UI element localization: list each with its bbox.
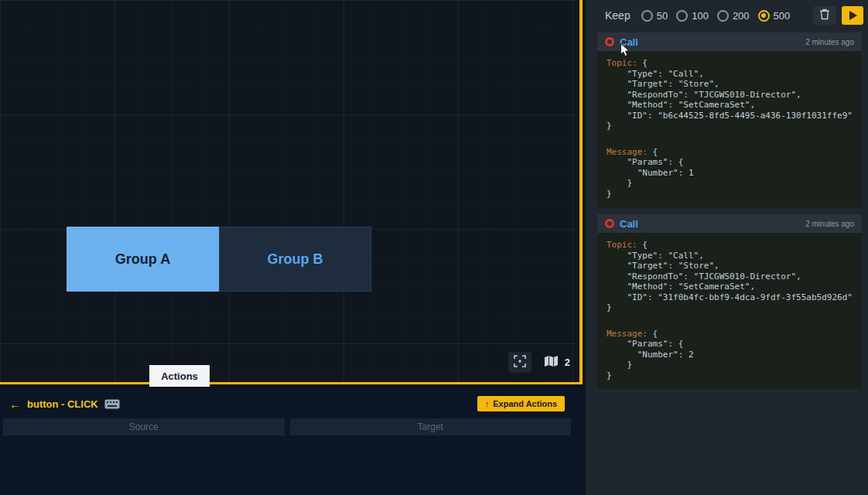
message-json: Message: { "Params": { "Number": 2 } } (607, 329, 853, 381)
group-a-label: Group A (115, 251, 170, 268)
action-editor-header: ← button - CLICK ↑ Expand Actions (0, 387, 586, 418)
status-circle-icon (605, 37, 614, 46)
topic-key: Topic: (607, 240, 637, 250)
action-editor-panel: ← button - CLICK ↑ Expand Actions (0, 387, 586, 495)
source-input[interactable] (3, 418, 285, 435)
canvas-button-group-b[interactable]: Group B (219, 227, 371, 292)
message-card: Call 2 minutes ago Topic: { "Type": "Cal… (597, 214, 862, 389)
page-count: 2 (565, 357, 570, 368)
radio-icon[interactable] (676, 10, 688, 22)
radio-icon[interactable] (758, 10, 770, 22)
expand-actions-label: Expand Actions (493, 399, 557, 408)
message-card-body: Topic: { "Type": "Call", "Target": "Stor… (597, 51, 862, 207)
keep-bar: Keep 50 100 200 500 (586, 0, 868, 31)
keep-option-500[interactable]: 500 (758, 10, 791, 22)
message-key: Message: (607, 329, 648, 339)
trash-icon (819, 9, 830, 22)
message-json: Message: { "Params": { "Number": 1 } } (607, 147, 853, 200)
status-circle-icon (605, 219, 614, 228)
message-type: Call (620, 218, 638, 230)
keep-option-label: 200 (733, 10, 750, 22)
app-window: Group A Group B Actions 2 ← bu (0, 0, 868, 495)
radio-icon[interactable] (717, 10, 729, 22)
topic-json: Topic: { "Type": "Call", "Target": "Stor… (607, 58, 853, 131)
keep-option-label: 100 (692, 10, 709, 22)
expand-arrow-icon: ↑ (485, 399, 490, 408)
play-icon (849, 11, 857, 20)
source-target-row (0, 418, 586, 435)
message-list: Call 2 minutes ago Topic: { "Type": "Cal… (586, 31, 868, 389)
message-type: Call (620, 36, 638, 48)
keep-option-200[interactable]: 200 (717, 10, 750, 22)
topic-json: Topic: { "Type": "Call", "Target": "Stor… (607, 240, 853, 313)
message-card: Call 2 minutes ago Topic: { "Type": "Cal… (597, 32, 862, 207)
action-editor-title: button - CLICK (27, 398, 98, 410)
radio-icon[interactable] (641, 10, 653, 22)
back-arrow-icon[interactable]: ← (9, 398, 21, 410)
message-card-header[interactable]: Call 2 minutes ago (597, 214, 862, 233)
actions-tab[interactable]: Actions (149, 365, 210, 387)
map-icon (544, 355, 559, 370)
canvas-tools: 2 (508, 352, 570, 373)
keep-option-50[interactable]: 50 (641, 10, 668, 22)
keep-option-100[interactable]: 100 (676, 10, 709, 22)
keep-option-label: 500 (774, 10, 791, 22)
keep-label: Keep (605, 9, 630, 22)
keep-option-label: 50 (657, 10, 668, 22)
keyboard-icon (104, 399, 120, 409)
message-key: Message: (607, 147, 648, 157)
fit-to-screen-icon (514, 355, 526, 370)
pages-button[interactable]: 2 (544, 355, 570, 370)
message-log-panel: Keep 50 100 200 500 (586, 0, 868, 495)
message-card-body: Topic: { "Type": "Call", "Target": "Stor… (597, 233, 862, 389)
topic-key: Topic: (607, 58, 637, 68)
run-button[interactable] (842, 6, 863, 25)
button-canvas[interactable]: Group A Group B Actions 2 (0, 0, 583, 384)
group-b-label: Group B (268, 251, 323, 268)
expand-actions-button[interactable]: ↑ Expand Actions (477, 396, 565, 411)
canvas-button-group-a[interactable]: Group A (67, 227, 219, 292)
topic-value: { "Type": "Call", "Target": "Store", "Re… (607, 58, 853, 131)
message-card-header[interactable]: Call 2 minutes ago (597, 32, 862, 51)
clear-log-button[interactable] (813, 6, 836, 25)
fit-to-screen-button[interactable] (508, 352, 531, 373)
message-timestamp: 2 minutes ago (805, 220, 854, 228)
message-timestamp: 2 minutes ago (805, 38, 854, 46)
target-input[interactable] (290, 418, 572, 435)
topic-value: { "Type": "Call", "Target": "Store", "Re… (607, 240, 853, 312)
actions-tab-label: Actions (161, 370, 198, 382)
